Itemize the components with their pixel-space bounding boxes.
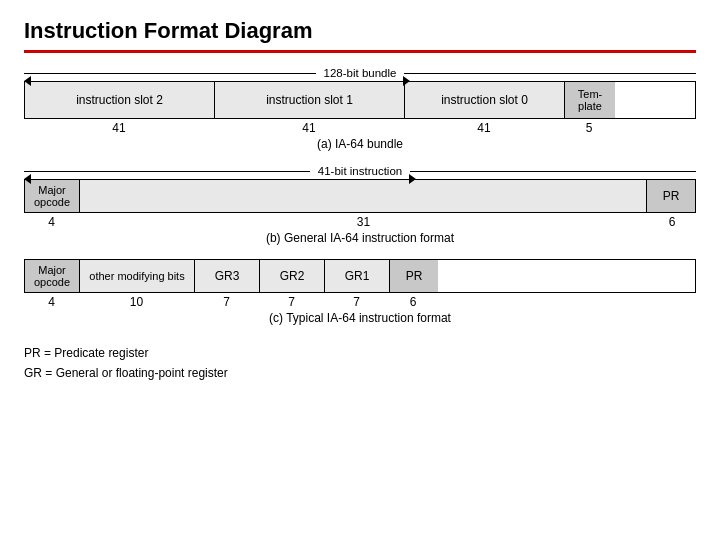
c-bits-0: 4 [24, 295, 79, 309]
instr-c-other: other modifying bits [80, 260, 195, 292]
slot2-bits: 41 [24, 121, 214, 135]
bundle-arrow-left [24, 73, 316, 74]
slot-2-box: instruction slot 2 [25, 82, 215, 118]
slot-0-box: instruction slot 0 [405, 82, 565, 118]
instr-c-widths: 4 10 7 7 7 6 [24, 295, 696, 309]
b-bits-pr: 6 [648, 215, 696, 229]
template-bits: 5 [564, 121, 614, 135]
legend-line1: PR = Predicate register [24, 343, 696, 363]
slot-1-label: instruction slot 1 [266, 93, 353, 107]
slot-2-label: instruction slot 2 [76, 93, 163, 107]
c-bits-5: 6 [389, 295, 437, 309]
section-b: 41-bit instruction Majoropcode PR 4 31 6… [24, 165, 696, 255]
b-bits-major: 4 [24, 215, 79, 229]
c-bits-2: 7 [194, 295, 259, 309]
caption-a: (a) IA-64 bundle [24, 137, 696, 151]
diagram-area: 128-bit bundle instruction slot 2 instru… [24, 67, 696, 384]
instr-arrow-row: 41-bit instruction [24, 165, 696, 177]
instr-c-pr: PR [390, 260, 438, 292]
b-bits-middle: 31 [79, 215, 648, 229]
caption-c: (c) Typical IA-64 instruction format [24, 311, 696, 325]
c-bits-4: 7 [324, 295, 389, 309]
template-box: Tem-plate [565, 82, 615, 118]
instr-c-gr1: GR1 [325, 260, 390, 292]
section-c: Majoropcode other modifying bits GR3 GR2… [24, 259, 696, 335]
slot-0-label: instruction slot 0 [441, 93, 528, 107]
bundle-arrow-right [404, 73, 696, 74]
bundle-label: 128-bit bundle [316, 67, 405, 79]
instr-label: 41-bit instruction [310, 165, 410, 177]
instr-c-major: Majoropcode [25, 260, 80, 292]
legend: PR = Predicate register GR = General or … [24, 343, 696, 384]
bundle-arrow-row: 128-bit bundle [24, 67, 696, 79]
decorative-line [24, 50, 696, 53]
instr-c-gr2: GR2 [260, 260, 325, 292]
instr-c-gr3: GR3 [195, 260, 260, 292]
instr-c-slots-row: Majoropcode other modifying bits GR3 GR2… [24, 259, 696, 293]
instr-arrow-right [410, 171, 696, 172]
page-title: Instruction Format Diagram [24, 18, 696, 44]
slot-1-box: instruction slot 1 [215, 82, 405, 118]
caption-b: (b) General IA-64 instruction format [24, 231, 696, 245]
c-bits-1: 10 [79, 295, 194, 309]
instr-b-major: Majoropcode [25, 180, 80, 212]
instr-b-pr: PR [647, 180, 695, 212]
instr-b-widths: 4 31 6 [24, 215, 696, 229]
c-bits-3: 7 [259, 295, 324, 309]
instr-arrow-left [24, 171, 310, 172]
bundle-slots-row: instruction slot 2 instruction slot 1 in… [24, 81, 696, 119]
legend-line2: GR = General or floating-point register [24, 363, 696, 383]
bundle-widths-row: 41 41 41 5 [24, 121, 696, 135]
section-a: 128-bit bundle instruction slot 2 instru… [24, 67, 696, 161]
instr-b-spacer [80, 180, 647, 212]
slot0-bits: 41 [404, 121, 564, 135]
instr-b-slots-row: Majoropcode PR [24, 179, 696, 213]
template-label: Tem-plate [578, 88, 602, 112]
slot1-bits: 41 [214, 121, 404, 135]
